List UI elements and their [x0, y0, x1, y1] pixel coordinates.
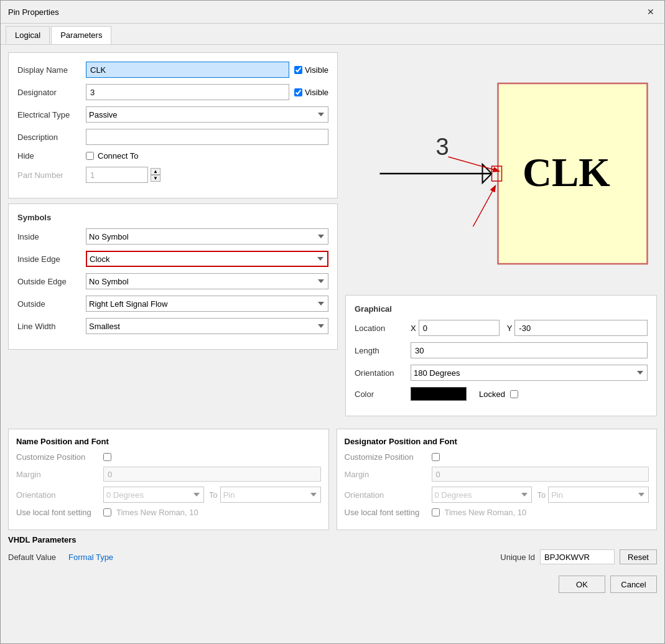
designator-input[interactable]	[86, 84, 289, 100]
outside-edge-row: Outside Edge No Symbol Dot Clock	[17, 273, 328, 289]
outside-row: Outside Right Left Signal Flow No Symbol…	[17, 296, 328, 312]
display-name-visible-checkbox[interactable]	[294, 66, 302, 74]
des-use-local-label: Use local font setting	[345, 508, 432, 517]
line-width-row: Line Width Smallest Small Medium Large	[17, 318, 328, 334]
orientation-select[interactable]: 0 Degrees 90 Degrees 180 Degrees 270 Deg…	[411, 365, 648, 381]
des-margin-row: Margin	[345, 467, 649, 482]
unique-id-section: Unique Id Reset	[500, 549, 657, 564]
y-label: Y	[507, 324, 513, 333]
location-y-input[interactable]	[514, 320, 648, 336]
font-panels: Name Position and Font Customize Positio…	[1, 429, 664, 530]
basic-properties-section: Display Name Visible Designator	[8, 52, 338, 198]
locked-checkbox[interactable]	[510, 390, 518, 398]
outside-label: Outside	[17, 299, 86, 309]
name-use-local-checkbox[interactable]	[103, 508, 111, 516]
outside-select[interactable]: Right Left Signal Flow No Symbol Left Ri…	[86, 296, 328, 312]
part-number-input[interactable]	[86, 167, 148, 183]
orientation-row: Orientation 0 Degrees 90 Degrees 180 Deg…	[355, 365, 648, 381]
inside-edge-label: Inside Edge	[17, 254, 86, 264]
name-customize-label: Customize Position	[16, 452, 103, 462]
inside-row: Inside No Symbol Dot Clock	[17, 228, 328, 245]
window: Pin Properties ✕ Logical Parameters Disp…	[0, 0, 665, 644]
svg-line-6	[449, 157, 497, 170]
designator-visible-checkbox[interactable]	[294, 88, 302, 96]
des-customize-label: Customize Position	[345, 452, 432, 462]
color-row: Color Locked	[355, 387, 648, 401]
spinner-up[interactable]: ▲	[151, 168, 160, 175]
unique-id-label: Unique Id	[500, 553, 535, 562]
des-to-select: Pin	[548, 487, 649, 503]
preview-area: CLK 3	[345, 52, 657, 295]
footer-buttons: OK Cancel	[1, 569, 664, 599]
ok-button[interactable]: OK	[559, 576, 605, 593]
hide-row: Hide Connect To	[17, 151, 328, 161]
des-orientation-row: Orientation 0 Degrees To Pin	[345, 487, 649, 503]
designator-font-panel: Designator Position and Font Customize P…	[337, 429, 658, 530]
line-width-select[interactable]: Smallest Small Medium Large	[86, 318, 328, 334]
cancel-button[interactable]: Cancel	[610, 576, 657, 593]
formal-type-label: Formal Type	[68, 553, 113, 562]
color-picker[interactable]	[411, 387, 467, 401]
tab-logical[interactable]: Logical	[6, 26, 50, 44]
length-input[interactable]	[411, 342, 648, 358]
outside-edge-select[interactable]: No Symbol Dot Clock	[86, 273, 328, 289]
color-label: Color	[355, 390, 411, 399]
display-name-input-group: Visible	[86, 62, 328, 78]
hide-checkbox-group: Connect To	[86, 151, 139, 161]
des-customize-checkbox[interactable]	[432, 453, 440, 461]
name-font-panel: Name Position and Font Customize Positio…	[8, 429, 329, 530]
display-name-visible-label: Visible	[305, 65, 328, 75]
reset-button[interactable]: Reset	[620, 549, 657, 564]
name-customize-checkbox[interactable]	[103, 453, 111, 461]
des-orientation-label: Orientation	[345, 490, 432, 500]
display-name-input[interactable]	[86, 62, 289, 78]
name-orientation-row: Orientation 0 Degrees To Pin	[16, 487, 321, 503]
length-row: Length	[355, 342, 648, 358]
part-number-spinner: ▲ ▼	[151, 168, 160, 182]
orientation-label: Orientation	[355, 368, 411, 378]
vhdl-section: VHDL Parameters Default Value Formal Typ…	[1, 530, 664, 569]
tabs-container: Logical Parameters	[1, 24, 664, 45]
des-to-label: To	[537, 490, 546, 500]
hide-label: Hide	[17, 151, 86, 161]
designator-font-title: Designator Position and Font	[345, 437, 649, 446]
line-width-label: Line Width	[17, 322, 86, 331]
locked-group: Locked	[479, 390, 518, 399]
des-use-local-checkbox[interactable]	[432, 508, 440, 516]
display-name-label: Display Name	[17, 65, 86, 75]
des-margin-input	[432, 467, 649, 482]
formal-type-item: Formal Type	[68, 553, 113, 562]
name-margin-row: Margin	[16, 467, 321, 482]
connect-to-label: Connect To	[98, 151, 139, 161]
symbols-title: Symbols	[17, 213, 328, 222]
unique-id-input[interactable]	[540, 549, 615, 564]
name-margin-input	[103, 467, 321, 482]
title-bar: Pin Properties ✕	[1, 1, 664, 24]
electrical-type-select[interactable]: Passive Input Output	[86, 106, 328, 123]
description-label: Description	[17, 133, 86, 142]
electrical-type-row: Electrical Type Passive Input Output	[17, 106, 328, 123]
designator-label: Designator	[17, 88, 86, 97]
right-panel: CLK 3	[345, 52, 657, 421]
des-margin-label: Margin	[345, 470, 432, 479]
description-row: Description	[17, 129, 328, 145]
spinner-down[interactable]: ▼	[151, 175, 160, 182]
description-input[interactable]	[86, 129, 328, 145]
name-to-select: Pin	[220, 487, 321, 503]
locked-label: Locked	[479, 390, 505, 399]
svg-line-7	[473, 188, 495, 226]
name-margin-label: Margin	[16, 470, 103, 479]
inside-edge-select[interactable]: Clock No Symbol	[86, 251, 328, 267]
designator-visible-check: Visible	[294, 88, 328, 97]
tab-parameters[interactable]: Parameters	[51, 26, 111, 44]
inside-select[interactable]: No Symbol Dot Clock	[86, 228, 328, 245]
close-button[interactable]: ✕	[644, 6, 657, 18]
location-x-input[interactable]	[419, 320, 500, 336]
display-name-row: Display Name Visible	[17, 62, 328, 78]
hide-checkbox[interactable]	[86, 152, 94, 160]
default-value-item: Default Value	[8, 553, 56, 562]
vhdl-title: VHDL Parameters	[8, 535, 657, 544]
default-value-label: Default Value	[8, 553, 56, 562]
part-number-row: Part Number ▲ ▼	[17, 167, 328, 183]
inside-edge-row: Inside Edge Clock No Symbol	[17, 251, 328, 267]
